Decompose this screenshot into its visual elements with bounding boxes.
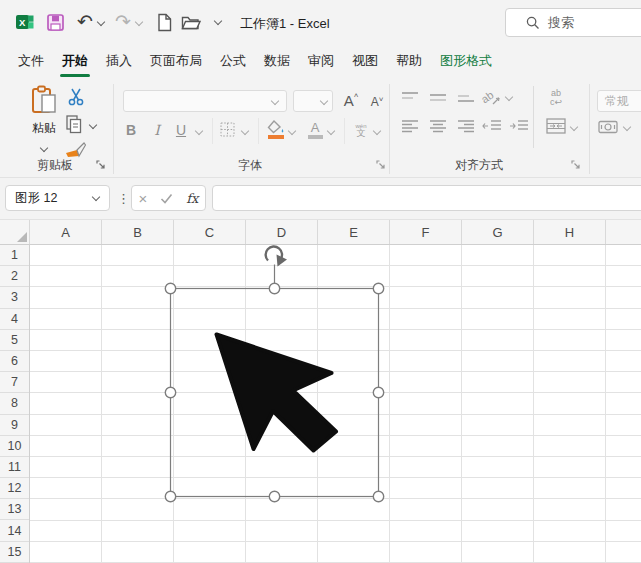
redo-dropdown-chevron-icon[interactable] bbox=[135, 18, 143, 26]
tab-home[interactable]: 开始 bbox=[62, 45, 88, 78]
borders-button[interactable] bbox=[219, 121, 236, 138]
accounting-format-icon bbox=[598, 119, 618, 135]
tab-formulas[interactable]: 公式 bbox=[220, 45, 246, 78]
accounting-dropdown-chevron-icon[interactable] bbox=[623, 123, 631, 131]
fill-color-bucket-icon bbox=[267, 120, 285, 134]
borders-dropdown-chevron-icon[interactable] bbox=[241, 127, 249, 135]
phonetic-guide-button[interactable]: wén 文 bbox=[351, 120, 371, 140]
accounting-format-button[interactable] bbox=[597, 118, 619, 136]
format-painter-brush-icon bbox=[65, 141, 86, 158]
italic-button[interactable]: I bbox=[148, 120, 166, 140]
formula-input[interactable] bbox=[212, 185, 641, 211]
paste-button[interactable]: 粘贴 bbox=[24, 85, 64, 155]
save-icon bbox=[46, 13, 65, 32]
merge-center-button[interactable] bbox=[545, 117, 567, 135]
fill-color-button[interactable] bbox=[266, 119, 286, 140]
tab-review[interactable]: 审阅 bbox=[308, 45, 334, 78]
align-right-button[interactable] bbox=[456, 118, 476, 134]
tab-view[interactable]: 视图 bbox=[352, 45, 378, 78]
italic-icon: I bbox=[154, 122, 160, 138]
separator bbox=[212, 118, 213, 144]
wrap-text-button[interactable]: ab c↩ bbox=[545, 87, 567, 109]
font-name-combobox[interactable] bbox=[123, 90, 287, 112]
tab-data[interactable]: 数据 bbox=[264, 45, 290, 78]
alignment-dialog-launcher-icon[interactable] bbox=[570, 159, 581, 170]
format-painter-button[interactable] bbox=[64, 140, 86, 158]
font-size-combobox[interactable] bbox=[293, 90, 333, 112]
paste-dropdown-chevron-icon[interactable] bbox=[40, 144, 48, 152]
font-color-button[interactable]: A bbox=[306, 119, 324, 140]
enter-check-icon[interactable] bbox=[160, 193, 173, 204]
decrease-indent-icon bbox=[482, 119, 502, 133]
font-group-label: 字体 bbox=[114, 157, 386, 174]
group-separator bbox=[589, 84, 590, 174]
clipboard-dialog-launcher-icon[interactable] bbox=[95, 159, 106, 170]
qat-more-chevron-icon[interactable] bbox=[214, 17, 222, 25]
paste-clipboard-icon bbox=[29, 85, 59, 115]
top-align-icon bbox=[401, 91, 419, 103]
tab-insert[interactable]: 插入 bbox=[106, 45, 132, 78]
cut-button[interactable] bbox=[66, 88, 86, 106]
number-format-combobox[interactable]: 常规 bbox=[597, 90, 641, 112]
fill-color-dropdown-chevron-icon[interactable] bbox=[288, 127, 296, 135]
resize-handle-middle-left[interactable] bbox=[165, 387, 175, 397]
copy-button[interactable] bbox=[64, 114, 84, 134]
borders-icon bbox=[220, 122, 235, 137]
excel-logo-icon: X bbox=[15, 12, 35, 32]
font-color-dropdown-chevron-icon[interactable] bbox=[327, 127, 335, 135]
undo-button[interactable]: ↶ bbox=[74, 11, 96, 33]
orientation-dropdown-chevron-icon[interactable] bbox=[505, 93, 513, 101]
tab-help[interactable]: 帮助 bbox=[396, 45, 422, 78]
new-document-button[interactable] bbox=[153, 11, 175, 33]
bottom-align-button[interactable] bbox=[456, 89, 476, 105]
decrease-font-size-button[interactable]: A ˅ bbox=[366, 91, 388, 113]
orientation-button[interactable]: ab bbox=[481, 87, 501, 107]
font-dialog-launcher-icon[interactable] bbox=[375, 159, 386, 170]
name-box-chevron-icon[interactable] bbox=[92, 192, 100, 200]
open-file-button[interactable] bbox=[180, 11, 202, 33]
font-color-A-icon: A bbox=[311, 121, 320, 134]
tab-page-layout[interactable]: 页面布局 bbox=[150, 45, 202, 78]
increase-font-size-button[interactable]: A ˄ bbox=[340, 89, 362, 111]
redo-button[interactable]: ↷ bbox=[112, 11, 134, 33]
resize-handle-middle-right[interactable] bbox=[373, 387, 383, 397]
top-align-button[interactable] bbox=[400, 89, 420, 105]
excel-logo-icon[interactable]: X bbox=[14, 11, 36, 33]
resize-handle-bottom-left[interactable] bbox=[165, 491, 175, 501]
underline-dropdown-chevron-icon[interactable] bbox=[195, 127, 203, 135]
ribbon: 粘贴 剪贴板 bbox=[0, 78, 641, 178]
name-box-splitter-icon[interactable]: ⋮ bbox=[117, 191, 130, 206]
resize-handle-bottom-right[interactable] bbox=[373, 491, 383, 501]
underline-button[interactable]: U bbox=[172, 120, 190, 140]
resize-handle-top-left[interactable] bbox=[165, 283, 175, 293]
middle-align-button[interactable] bbox=[428, 89, 448, 105]
excel-window: X ↶ ↷ bbox=[0, 0, 641, 563]
center-button[interactable] bbox=[428, 118, 448, 134]
insert-function-button[interactable]: fx bbox=[186, 191, 198, 206]
save-button[interactable] bbox=[44, 11, 66, 33]
middle-align-icon bbox=[429, 91, 447, 103]
selected-arrow-shape[interactable] bbox=[217, 335, 337, 451]
resize-handle-bottom-middle[interactable] bbox=[269, 491, 279, 501]
decrease-indent-button[interactable] bbox=[481, 118, 503, 134]
phonetic-dropdown-chevron-icon[interactable] bbox=[373, 127, 381, 135]
merge-dropdown-chevron-icon[interactable] bbox=[570, 123, 578, 131]
search-input[interactable]: 搜索 bbox=[505, 8, 641, 37]
tab-shape-format[interactable]: 图形格式 bbox=[440, 45, 492, 78]
increase-indent-button[interactable] bbox=[508, 118, 530, 134]
name-box[interactable]: 图形 12 bbox=[5, 185, 110, 211]
align-left-button[interactable] bbox=[400, 118, 420, 134]
resize-handle-top-right[interactable] bbox=[373, 283, 383, 293]
formula-controls: × fx bbox=[131, 185, 206, 211]
bold-button[interactable]: B bbox=[122, 120, 140, 140]
workbook-title: 工作簿1 - Excel bbox=[240, 15, 330, 33]
clipboard-group-label: 剪贴板 bbox=[0, 157, 110, 174]
tab-file[interactable]: 文件 bbox=[18, 45, 44, 78]
grow-font-icon: A bbox=[344, 92, 354, 109]
title-bar: X ↶ ↷ bbox=[0, 0, 641, 45]
undo-dropdown-chevron-icon[interactable] bbox=[97, 18, 105, 26]
cancel-icon[interactable]: × bbox=[139, 190, 148, 207]
copy-dropdown-chevron-icon[interactable] bbox=[89, 121, 97, 129]
increase-indent-icon bbox=[509, 119, 529, 133]
resize-handle-top-middle[interactable] bbox=[269, 283, 279, 293]
